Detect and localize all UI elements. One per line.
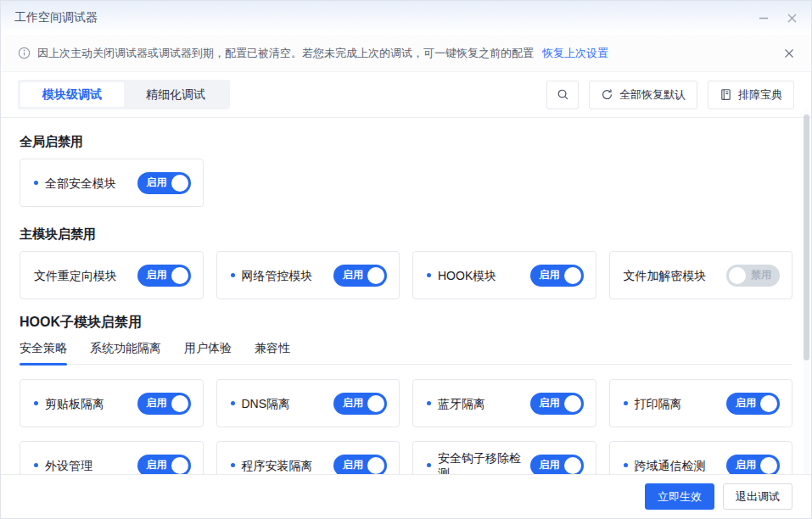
toggle-switch[interactable]: 启用 — [333, 265, 387, 287]
module-label: HOOK模块 — [427, 268, 496, 283]
restore-last-settings-link[interactable]: 恢复上次设置 — [542, 46, 608, 61]
toggle-state-label: 启用 — [540, 396, 560, 410]
module-label: 打印隔离 — [624, 396, 682, 411]
modified-dot-icon — [624, 463, 628, 467]
tab-fine-grained-debug[interactable]: 精细化调试 — [124, 82, 227, 107]
titlebar: 工作空间调试器 — [1, 1, 811, 35]
module-card: 打印隔离 启用 — [609, 379, 793, 427]
modified-dot-icon — [231, 463, 235, 467]
section-title-main-modules: 主模块启禁用 — [20, 226, 792, 243]
modified-dot-icon — [34, 401, 38, 405]
search-icon — [557, 88, 569, 101]
module-label: 全部安全模块 — [34, 176, 116, 191]
module-card: 跨域通信检测 启用 — [609, 441, 793, 474]
toggle-switch[interactable]: 启用 — [726, 455, 780, 475]
toggle-state-label: 启用 — [736, 396, 756, 410]
module-card: HOOK模块 启用 — [412, 251, 596, 299]
toggle-state-label: 启用 — [147, 268, 167, 282]
module-label: 文件加解密模块 — [624, 268, 707, 283]
hook-subtabs: 安全策略系统功能隔离用户体验兼容性 — [20, 341, 792, 365]
module-card: 安全钩子移除检测 启用 — [412, 441, 596, 474]
module-label: 程序安装隔离 — [231, 458, 313, 473]
toggle-knob — [171, 267, 188, 284]
header-row: 模块级调试精细化调试 全部恢复默认 — [1, 72, 811, 118]
notice-banner: 因上次主动关闭调试器或调试器到期，配置已被清空。若您未完成上次的调试，可一键恢复… — [1, 35, 811, 72]
toggle-switch[interactable]: 启用 — [137, 265, 191, 287]
tab-module-level-debug[interactable]: 模块级调试 — [20, 82, 124, 107]
toggle-state-label: 启用 — [147, 458, 167, 472]
info-icon — [18, 47, 31, 59]
toggle-knob — [729, 267, 746, 284]
modified-dot-icon — [427, 463, 431, 467]
restore-defaults-button[interactable]: 全部恢复默认 — [589, 81, 697, 109]
modified-dot-icon — [624, 401, 628, 405]
modified-dot-icon — [231, 401, 235, 405]
module-label: 外设管理 — [34, 458, 92, 473]
toggle-state-label: 启用 — [343, 268, 363, 282]
workspace-debugger-window: 工作空间调试器 因上次主动关闭调试器或调试器到期，配置已被清空。若您未完成上次的… — [0, 0, 812, 519]
toggle-state-label: 启用 — [540, 268, 560, 282]
troubleshoot-button[interactable]: 排障宝典 — [708, 81, 794, 109]
module-card: 网络管控模块 启用 — [216, 251, 400, 299]
hook-subtab-2[interactable]: 用户体验 — [184, 341, 232, 364]
toggle-state-label: 启用 — [343, 396, 363, 410]
toggle-state-label: 启用 — [147, 396, 167, 410]
module-card: 全部安全模块 启用 — [20, 159, 204, 207]
content-area: 全局启禁用 全部安全模块 启用 主模块启禁用 文件重定向模块 启用 网络管控模块… — [1, 118, 811, 474]
toggle-switch[interactable]: 启用 — [530, 455, 584, 475]
section-title-global: 全局启禁用 — [20, 133, 792, 150]
hook-subtab-0[interactable]: 安全策略 — [20, 341, 67, 364]
hook-subtab-3[interactable]: 兼容性 — [255, 341, 290, 364]
hook-subtab-1[interactable]: 系统功能隔离 — [90, 341, 161, 364]
restore-defaults-label: 全部恢复默认 — [619, 87, 686, 103]
scrollbar-thumb[interactable] — [804, 114, 809, 360]
exit-debug-button[interactable]: 退出调试 — [723, 483, 792, 510]
search-button[interactable] — [546, 81, 579, 109]
toggle-switch[interactable]: 启用 — [137, 172, 191, 194]
modified-dot-icon — [34, 181, 38, 185]
toggle-switch[interactable]: 禁用 — [726, 265, 780, 287]
toggle-switch[interactable]: 启用 — [333, 393, 387, 415]
toggle-switch[interactable]: 启用 — [530, 393, 584, 415]
module-card: 外设管理 启用 — [20, 441, 204, 474]
toggle-state-label: 禁用 — [751, 268, 771, 282]
module-card: 程序安装隔离 启用 — [216, 441, 400, 474]
apply-button[interactable]: 立即生效 — [645, 483, 714, 510]
toggle-switch[interactable]: 启用 — [333, 455, 387, 475]
modified-dot-icon — [231, 273, 235, 277]
toggle-switch[interactable]: 启用 — [726, 393, 780, 415]
minimize-icon[interactable] — [758, 12, 770, 24]
module-card: 蓝牙隔离 启用 — [412, 379, 596, 427]
toggle-knob — [367, 395, 384, 412]
close-icon[interactable] — [787, 13, 798, 24]
toggle-knob — [564, 395, 581, 412]
section-title-hook-submodules: HOOK子模块启禁用 — [20, 313, 792, 331]
modified-dot-icon — [427, 273, 431, 277]
toggle-switch[interactable]: 启用 — [137, 393, 191, 415]
modified-dot-icon — [427, 401, 431, 405]
main-module-card-grid: 文件重定向模块 启用 网络管控模块 启用 HOOK模块 启用 文件加解密模块 — [20, 251, 792, 299]
module-label: 蓝牙隔离 — [427, 396, 485, 411]
module-card: DNS隔离 启用 — [216, 379, 400, 427]
toggle-switch[interactable]: 启用 — [137, 455, 191, 475]
toggle-switch[interactable]: 启用 — [530, 265, 584, 287]
scrollbar-track[interactable] — [804, 111, 809, 474]
toggle-state-label: 启用 — [343, 458, 363, 472]
toggle-knob — [367, 457, 384, 474]
module-label: 网络管控模块 — [231, 268, 313, 283]
module-label: DNS隔离 — [231, 396, 291, 411]
footer-bar: 立即生效 退出调试 — [1, 474, 811, 518]
view-tabs: 模块级调试精细化调试 — [18, 80, 230, 109]
global-card-grid: 全部安全模块 启用 — [20, 159, 792, 207]
toggle-state-label: 启用 — [147, 176, 167, 190]
module-card: 文件加解密模块 禁用 — [609, 251, 793, 299]
refresh-icon — [601, 88, 613, 101]
toggle-knob — [760, 457, 777, 474]
module-card: 文件重定向模块 启用 — [20, 251, 204, 299]
module-label: 剪贴板隔离 — [34, 396, 104, 411]
troubleshoot-label: 排障宝典 — [738, 87, 782, 103]
window-title: 工作空间调试器 — [14, 10, 98, 25]
module-label: 安全钩子移除检测 — [427, 450, 524, 475]
banner-close-icon[interactable] — [784, 48, 794, 59]
toggle-state-label: 启用 — [540, 458, 560, 472]
